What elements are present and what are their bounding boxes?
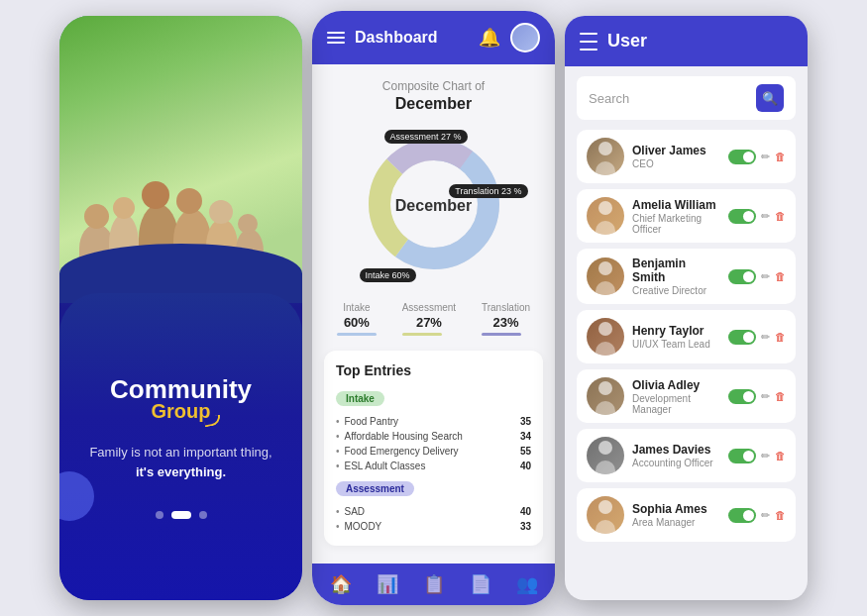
bullet: • [336,461,340,471]
chart-subtitle: Composite Chart of [324,79,543,93]
nav-doc[interactable]: 📄 [470,573,491,595]
user-item-henry: Henry Taylor UI/UX Team Lead ✏ 🗑 [577,310,796,363]
category-intake-badge: Intake [336,391,384,406]
user-role-oliver: CEO [632,158,720,169]
user-role-sophia: Area Manager [632,517,720,528]
bullet: • [336,416,340,427]
avatar-benjamin [587,257,624,295]
user-actions-james: ✏ 🗑 [728,449,786,463]
user-item-james: James Davies Accounting Officer ✏ 🗑 [577,429,796,482]
donut-center-label: December [395,197,472,215]
toggle-amelia[interactable] [728,209,756,224]
dot-3[interactable] [199,511,207,519]
legend-assessment-bar [402,333,442,336]
search-bar: Search 🔍 [577,76,796,120]
edit-icon-sophia[interactable]: ✏ [761,509,770,522]
hamburger-icon[interactable] [327,32,345,44]
bullet: • [336,446,340,457]
toggle-james[interactable] [728,449,756,463]
user-item-olivia: Olivia Adley Development Manager ✏ 🗑 [577,369,796,423]
dashboard-body: Composite Chart of December December Ass… [312,64,555,564]
user-role-henry: UI/UX Team Lead [632,339,720,350]
dot-2-active[interactable] [171,511,191,519]
dot-1[interactable] [156,511,163,519]
translation-badge: Translation 23 % [449,184,527,198]
top-entries-card: Top Entries Intake •Food Pantry 35 •Affo… [324,351,543,546]
nav-home[interactable]: 🏠 [330,573,352,595]
tagline-line1: Family is not an important thing, [89,445,271,460]
delete-icon-oliver[interactable]: 🗑 [775,151,786,162]
edit-icon-henry[interactable]: ✏ [761,331,770,344]
legend-assessment-value: 27% [402,315,456,330]
edit-icon-benjamin[interactable]: ✏ [761,270,770,283]
top-entries-title: Top Entries [336,362,531,378]
toggle-olivia[interactable] [728,389,756,404]
user-info-james: James Davies Accounting Officer [632,443,720,468]
user-name-olivia: Olivia Adley [632,378,720,392]
entry-value: 40 [520,506,531,517]
entry-name: Affordable Housing Search [345,431,463,442]
user-item-benjamin: Benjamin Smith Creative Director ✏ 🗑 [577,249,796,304]
legend-translation-bar [482,333,521,336]
delete-icon-olivia[interactable]: 🗑 [775,390,786,402]
legend-translation: Translation 23% [482,302,530,336]
edit-icon-james[interactable]: ✏ [761,450,770,462]
nav-people[interactable]: 👥 [516,573,538,595]
user-item-sophia: Sophia Ames Area Manager ✏ 🗑 [577,488,796,542]
nav-chart[interactable]: 📊 [377,573,398,595]
toggle-oliver[interactable] [728,150,756,164]
assessment-badge: Assessment 27 % [384,130,468,144]
entry-name: MOODY [345,521,382,532]
edit-icon-olivia[interactable]: ✏ [761,390,770,403]
screen2-dashboard: Dashboard 🔔 Composite Chart of December [312,11,555,605]
toggle-henry[interactable] [728,330,756,345]
intake-badge: Intake 60% [360,268,416,282]
toggle-sophia[interactable] [728,508,756,523]
user-role-james: Accounting Officer [632,458,720,468]
screen3-users: User Search 🔍 Oliver James CEO ✏ 🗑 [565,16,808,600]
user-avatar[interactable] [510,23,540,52]
nav-list[interactable]: 📋 [423,573,445,595]
user-role-benjamin: Creative Director [632,285,720,296]
delete-icon-james[interactable]: 🗑 [775,450,786,462]
user-name-benjamin: Benjamin Smith [632,257,720,284]
entry-sad: •SAD 40 [336,504,531,519]
user-actions-olivia: ✏ 🗑 [728,389,786,404]
user-info-henry: Henry Taylor UI/UX Team Lead [632,324,720,350]
user-item-amelia: Amelia William Chief Marketing Officer ✏… [577,189,796,243]
user-actions-sophia: ✏ 🗑 [728,508,786,523]
search-button[interactable]: 🔍 [756,84,784,112]
entry-value: 34 [520,431,531,442]
user-actions-amelia: ✏ 🗑 [728,209,786,224]
category-assessment-badge: Assessment [336,481,414,496]
avatar-henry [587,318,624,356]
delete-icon-amelia[interactable]: 🗑 [775,210,786,222]
chart-month: December [324,95,543,113]
community-photo [59,16,302,303]
search-placeholder[interactable]: Search [589,91,748,106]
user-name-henry: Henry Taylor [632,324,720,338]
dashboard-title: Dashboard [355,29,438,47]
delete-icon-sophia[interactable]: 🗑 [775,509,786,521]
user-info-amelia: Amelia William Chief Marketing Officer [632,198,720,235]
entry-housing: •Affordable Housing Search 34 [336,429,531,444]
hamburger-icon-user[interactable] [580,33,597,51]
avatar-oliver [587,138,624,175]
edit-icon-amelia[interactable]: ✏ [761,210,770,223]
screen1-community: Community Group Family is not an importa… [59,16,302,600]
dashboard-header: Dashboard 🔔 [312,11,555,64]
delete-icon-henry[interactable]: 🗑 [775,331,786,343]
edit-icon-oliver[interactable]: ✏ [761,151,770,163]
user-role-olivia: Development Manager [632,393,720,415]
legend-translation-value: 23% [482,315,530,330]
delete-icon-benjamin[interactable]: 🗑 [775,270,786,282]
bell-icon[interactable]: 🔔 [479,27,500,49]
header-right: 🔔 [479,23,540,52]
user-list: Oliver James CEO ✏ 🗑 Amelia William Chie… [565,130,808,600]
user-item-oliver: Oliver James CEO ✏ 🗑 [577,130,796,183]
legend-intake: Intake 60% [337,302,377,336]
entry-name: Food Pantry [345,416,398,427]
brand-swoosh: Group [152,400,211,423]
entry-value: 40 [520,461,531,471]
toggle-benjamin[interactable] [728,269,756,284]
